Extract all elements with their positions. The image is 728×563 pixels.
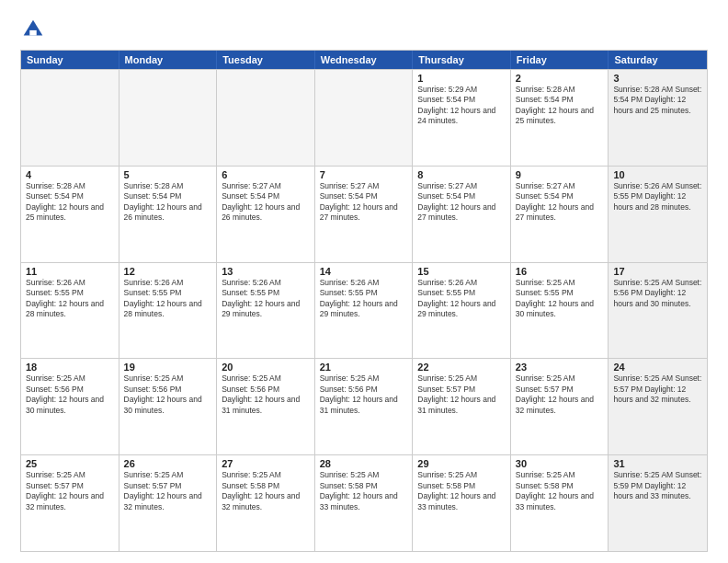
calendar-cell-2-3: 14Sunrise: 5:26 AM Sunset: 5:55 PM Dayli… bbox=[315, 263, 414, 359]
day-number: 1 bbox=[417, 73, 506, 84]
day-number: 14 bbox=[320, 266, 408, 277]
cell-details: Sunrise: 5:26 AM Sunset: 5:55 PM Dayligh… bbox=[417, 278, 506, 320]
calendar-cell-3-3: 21Sunrise: 5:25 AM Sunset: 5:56 PM Dayli… bbox=[315, 359, 414, 454]
calendar-cell-1-2: 6Sunrise: 5:27 AM Sunset: 5:54 PM Daylig… bbox=[217, 167, 315, 262]
day-number: 29 bbox=[417, 458, 506, 469]
calendar-cell-1-5: 9Sunrise: 5:27 AM Sunset: 5:54 PM Daylig… bbox=[511, 167, 609, 262]
calendar: SundayMondayTuesdayWednesdayThursdayFrid… bbox=[20, 50, 708, 552]
day-number: 23 bbox=[516, 362, 604, 373]
cell-details: Sunrise: 5:27 AM Sunset: 5:54 PM Dayligh… bbox=[320, 181, 408, 224]
cell-details: Sunrise: 5:25 AM Sunset: 5:56 PM Dayligh… bbox=[613, 278, 702, 309]
page: SundayMondayTuesdayWednesdayThursdayFrid… bbox=[0, 0, 728, 563]
calendar-cell-2-4: 15Sunrise: 5:26 AM Sunset: 5:55 PM Dayli… bbox=[413, 263, 511, 359]
day-number: 12 bbox=[124, 266, 212, 277]
calendar-cell-3-2: 20Sunrise: 5:25 AM Sunset: 5:56 PM Dayli… bbox=[217, 359, 315, 454]
calendar-cell-0-1 bbox=[119, 70, 218, 166]
cell-details: Sunrise: 5:25 AM Sunset: 5:56 PM Dayligh… bbox=[320, 373, 408, 416]
calendar-header-monday: Monday bbox=[119, 51, 218, 69]
calendar-cell-0-5: 2Sunrise: 5:28 AM Sunset: 5:54 PM Daylig… bbox=[511, 70, 609, 166]
header bbox=[20, 17, 708, 42]
calendar-cell-2-2: 13Sunrise: 5:26 AM Sunset: 5:55 PM Dayli… bbox=[217, 263, 315, 359]
calendar-cell-3-5: 23Sunrise: 5:25 AM Sunset: 5:57 PM Dayli… bbox=[511, 359, 609, 454]
cell-details: Sunrise: 5:26 AM Sunset: 5:55 PM Dayligh… bbox=[320, 278, 408, 320]
calendar-header-thursday: Thursday bbox=[413, 51, 511, 69]
calendar-row-4: 25Sunrise: 5:25 AM Sunset: 5:57 PM Dayli… bbox=[21, 454, 707, 551]
calendar-row-1: 4Sunrise: 5:28 AM Sunset: 5:54 PM Daylig… bbox=[21, 166, 707, 262]
day-number: 11 bbox=[26, 266, 114, 277]
calendar-cell-3-1: 19Sunrise: 5:25 AM Sunset: 5:56 PM Dayli… bbox=[119, 359, 218, 454]
day-number: 7 bbox=[320, 169, 408, 180]
calendar-cell-4-5: 30Sunrise: 5:25 AM Sunset: 5:58 PM Dayli… bbox=[511, 455, 609, 551]
logo-icon bbox=[20, 17, 46, 42]
calendar-cell-3-6: 24Sunrise: 5:25 AM Sunset: 5:57 PM Dayli… bbox=[609, 359, 707, 454]
cell-details: Sunrise: 5:25 AM Sunset: 5:58 PM Dayligh… bbox=[417, 470, 506, 512]
cell-details: Sunrise: 5:25 AM Sunset: 5:57 PM Dayligh… bbox=[516, 373, 604, 416]
day-number: 31 bbox=[613, 458, 702, 469]
calendar-header-friday: Friday bbox=[511, 51, 609, 69]
day-number: 22 bbox=[417, 362, 506, 373]
calendar-row-0: 1Sunrise: 5:29 AM Sunset: 5:54 PM Daylig… bbox=[21, 69, 707, 166]
cell-details: Sunrise: 5:25 AM Sunset: 5:59 PM Dayligh… bbox=[613, 470, 702, 501]
calendar-cell-3-0: 18Sunrise: 5:25 AM Sunset: 5:56 PM Dayli… bbox=[21, 359, 119, 454]
calendar-header-wednesday: Wednesday bbox=[315, 51, 414, 69]
calendar-header-saturday: Saturday bbox=[609, 51, 707, 69]
day-number: 18 bbox=[26, 362, 114, 373]
calendar-header-tuesday: Tuesday bbox=[217, 51, 315, 69]
calendar-body: 1Sunrise: 5:29 AM Sunset: 5:54 PM Daylig… bbox=[21, 69, 707, 551]
cell-details: Sunrise: 5:28 AM Sunset: 5:54 PM Dayligh… bbox=[26, 181, 114, 224]
cell-details: Sunrise: 5:25 AM Sunset: 5:58 PM Dayligh… bbox=[516, 470, 604, 512]
calendar-cell-4-0: 25Sunrise: 5:25 AM Sunset: 5:57 PM Dayli… bbox=[21, 455, 119, 551]
cell-details: Sunrise: 5:25 AM Sunset: 5:57 PM Dayligh… bbox=[124, 470, 212, 512]
day-number: 3 bbox=[613, 73, 702, 84]
cell-details: Sunrise: 5:25 AM Sunset: 5:55 PM Dayligh… bbox=[516, 278, 604, 320]
day-number: 30 bbox=[516, 458, 604, 469]
calendar-cell-1-4: 8Sunrise: 5:27 AM Sunset: 5:54 PM Daylig… bbox=[413, 167, 511, 262]
cell-details: Sunrise: 5:27 AM Sunset: 5:54 PM Dayligh… bbox=[222, 181, 310, 224]
cell-details: Sunrise: 5:25 AM Sunset: 5:57 PM Dayligh… bbox=[613, 373, 702, 405]
calendar-cell-1-6: 10Sunrise: 5:26 AM Sunset: 5:55 PM Dayli… bbox=[609, 167, 707, 262]
calendar-cell-1-0: 4Sunrise: 5:28 AM Sunset: 5:54 PM Daylig… bbox=[21, 167, 119, 262]
day-number: 4 bbox=[26, 169, 114, 180]
cell-details: Sunrise: 5:28 AM Sunset: 5:54 PM Dayligh… bbox=[516, 85, 604, 127]
calendar-cell-2-6: 17Sunrise: 5:25 AM Sunset: 5:56 PM Dayli… bbox=[609, 263, 707, 359]
cell-details: Sunrise: 5:27 AM Sunset: 5:54 PM Dayligh… bbox=[516, 181, 604, 224]
calendar-cell-0-6: 3Sunrise: 5:28 AM Sunset: 5:54 PM Daylig… bbox=[609, 70, 707, 166]
calendar-row-2: 11Sunrise: 5:26 AM Sunset: 5:55 PM Dayli… bbox=[21, 262, 707, 359]
day-number: 8 bbox=[417, 169, 506, 180]
svg-rect-1 bbox=[29, 30, 36, 36]
day-number: 25 bbox=[26, 458, 114, 469]
calendar-cell-4-6: 31Sunrise: 5:25 AM Sunset: 5:59 PM Dayli… bbox=[609, 455, 707, 551]
cell-details: Sunrise: 5:28 AM Sunset: 5:54 PM Dayligh… bbox=[613, 85, 702, 116]
day-number: 2 bbox=[516, 73, 604, 84]
day-number: 13 bbox=[222, 266, 310, 277]
cell-details: Sunrise: 5:25 AM Sunset: 5:56 PM Dayligh… bbox=[26, 373, 114, 416]
cell-details: Sunrise: 5:27 AM Sunset: 5:54 PM Dayligh… bbox=[417, 181, 506, 224]
cell-details: Sunrise: 5:26 AM Sunset: 5:55 PM Dayligh… bbox=[124, 278, 212, 320]
cell-details: Sunrise: 5:25 AM Sunset: 5:58 PM Dayligh… bbox=[320, 470, 408, 512]
cell-details: Sunrise: 5:28 AM Sunset: 5:54 PM Dayligh… bbox=[124, 181, 212, 224]
cell-details: Sunrise: 5:25 AM Sunset: 5:56 PM Dayligh… bbox=[124, 373, 212, 416]
calendar-cell-1-3: 7Sunrise: 5:27 AM Sunset: 5:54 PM Daylig… bbox=[315, 167, 414, 262]
day-number: 5 bbox=[124, 169, 212, 180]
calendar-cell-4-4: 29Sunrise: 5:25 AM Sunset: 5:58 PM Dayli… bbox=[413, 455, 511, 551]
day-number: 16 bbox=[516, 266, 604, 277]
calendar-cell-1-1: 5Sunrise: 5:28 AM Sunset: 5:54 PM Daylig… bbox=[119, 167, 218, 262]
calendar-row-3: 18Sunrise: 5:25 AM Sunset: 5:56 PM Dayli… bbox=[21, 358, 707, 454]
day-number: 10 bbox=[613, 169, 702, 180]
cell-details: Sunrise: 5:25 AM Sunset: 5:57 PM Dayligh… bbox=[26, 470, 114, 512]
cell-details: Sunrise: 5:26 AM Sunset: 5:55 PM Dayligh… bbox=[26, 278, 114, 320]
calendar-cell-2-1: 12Sunrise: 5:26 AM Sunset: 5:55 PM Dayli… bbox=[119, 263, 218, 359]
day-number: 24 bbox=[613, 362, 702, 373]
calendar-cell-4-3: 28Sunrise: 5:25 AM Sunset: 5:58 PM Dayli… bbox=[315, 455, 414, 551]
day-number: 6 bbox=[222, 169, 310, 180]
cell-details: Sunrise: 5:25 AM Sunset: 5:58 PM Dayligh… bbox=[222, 470, 310, 512]
cell-details: Sunrise: 5:29 AM Sunset: 5:54 PM Dayligh… bbox=[417, 85, 506, 127]
logo bbox=[20, 17, 50, 42]
calendar-cell-0-3 bbox=[315, 70, 414, 166]
day-number: 17 bbox=[613, 266, 702, 277]
day-number: 21 bbox=[320, 362, 408, 373]
calendar-cell-4-2: 27Sunrise: 5:25 AM Sunset: 5:58 PM Dayli… bbox=[217, 455, 315, 551]
cell-details: Sunrise: 5:25 AM Sunset: 5:56 PM Dayligh… bbox=[222, 373, 310, 416]
calendar-cell-3-4: 22Sunrise: 5:25 AM Sunset: 5:57 PM Dayli… bbox=[413, 359, 511, 454]
day-number: 28 bbox=[320, 458, 408, 469]
